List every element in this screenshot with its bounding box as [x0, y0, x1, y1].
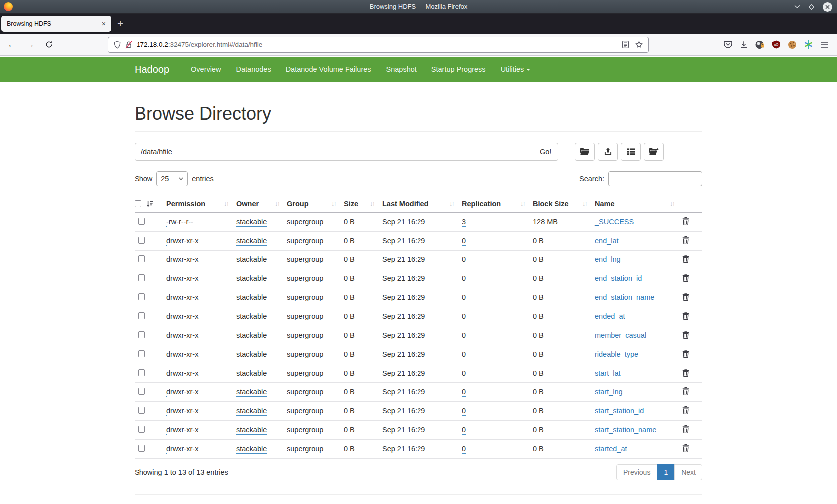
group-value[interactable]: supergroup [287, 312, 323, 321]
header-block-size[interactable]: Block Size↓↑ [533, 195, 595, 213]
previous-page-button[interactable]: Previous [616, 464, 657, 480]
owner-value[interactable]: stackable [236, 274, 267, 283]
select-all-header[interactable] [135, 195, 166, 213]
owner-value[interactable]: stackable [236, 312, 267, 321]
delete-button[interactable] [682, 408, 689, 416]
replication-value[interactable]: 0 [462, 350, 466, 359]
file-name-link[interactable]: start_lng [595, 388, 623, 396]
owner-value[interactable]: stackable [236, 237, 267, 246]
file-name-link[interactable]: start_lat [595, 369, 621, 377]
group-value[interactable]: supergroup [287, 331, 323, 340]
permission-value[interactable]: drwxr-xr-x [166, 407, 198, 416]
permission-value[interactable]: drwxr-xr-x [166, 255, 198, 264]
delete-button[interactable] [682, 275, 689, 283]
header-group[interactable]: Group↓↑ [287, 195, 344, 213]
replication-value[interactable]: 0 [462, 331, 466, 340]
group-value[interactable]: supergroup [287, 274, 323, 283]
url-text[interactable]: 172.18.0.2:32475/explorer.html#/data/hfi… [137, 41, 262, 48]
new-tab-button[interactable]: + [117, 18, 123, 30]
downloads-icon[interactable] [740, 41, 748, 49]
header-permission[interactable]: Permission↓↑ [166, 195, 236, 213]
cookie-extension-icon[interactable] [788, 40, 797, 49]
permission-value[interactable]: drwxr-xr-x [166, 350, 198, 359]
row-checkbox[interactable] [138, 407, 145, 414]
file-name-link[interactable]: _SUCCESS [595, 218, 634, 226]
owner-value[interactable]: stackable [236, 331, 267, 340]
header-size[interactable]: Size↓↑ [344, 195, 382, 213]
permission-value[interactable]: drwxr-xr-x [166, 312, 198, 321]
permission-value[interactable]: drwxr-xr-x [166, 274, 198, 283]
row-checkbox[interactable] [138, 312, 145, 319]
nav-overview[interactable]: Overview [183, 65, 228, 73]
reader-view-icon[interactable] [622, 41, 629, 48]
forward-button[interactable]: → [23, 38, 37, 52]
set-quota-button[interactable] [621, 143, 641, 161]
file-name-link[interactable]: start_station_name [595, 426, 656, 434]
owner-value[interactable]: stackable [236, 369, 267, 378]
delete-button[interactable] [682, 351, 689, 359]
group-value[interactable]: supergroup [287, 388, 323, 397]
row-checkbox[interactable] [138, 331, 145, 338]
replication-value[interactable]: 0 [462, 274, 466, 283]
delete-button[interactable] [682, 219, 689, 227]
group-value[interactable]: supergroup [287, 237, 323, 246]
file-name-link[interactable]: end_station_name [595, 293, 654, 301]
privacy-extension-icon[interactable] [755, 40, 765, 49]
row-checkbox[interactable] [138, 218, 145, 225]
replication-value[interactable]: 0 [462, 312, 466, 321]
directory-path-input[interactable] [135, 143, 533, 161]
replication-value[interactable]: 0 [462, 293, 466, 302]
row-checkbox[interactable] [138, 293, 145, 300]
file-name-link[interactable]: end_station_id [595, 274, 642, 282]
replication-value[interactable]: 0 [462, 388, 466, 397]
row-checkbox[interactable] [138, 237, 145, 244]
permission-value[interactable]: drwxr-xr-x [166, 388, 198, 397]
group-value[interactable]: supergroup [287, 445, 323, 454]
file-name-link[interactable]: end_lat [595, 237, 619, 245]
minimize-icon[interactable] [794, 5, 800, 9]
group-value[interactable]: supergroup [287, 369, 323, 378]
owner-value[interactable]: stackable [236, 445, 267, 454]
nav-datanode-volume-failures[interactable]: Datanode Volume Failures [279, 65, 379, 73]
replication-value[interactable]: 0 [462, 407, 466, 416]
current-page-button[interactable]: 1 [657, 464, 675, 480]
select-all-checkbox[interactable] [135, 200, 141, 207]
owner-value[interactable]: stackable [236, 426, 267, 435]
row-checkbox[interactable] [138, 388, 145, 395]
page-size-select[interactable]: 25 [156, 171, 188, 186]
tab-browsing-hdfs[interactable]: Browsing HDFS × [1, 16, 111, 32]
header-replication[interactable]: Replication↓↑ [462, 195, 533, 213]
owner-value[interactable]: stackable [236, 407, 267, 416]
row-checkbox[interactable] [138, 426, 145, 433]
header-owner[interactable]: Owner↓↑ [236, 195, 287, 213]
search-input[interactable] [608, 171, 702, 186]
group-value[interactable]: supergroup [287, 350, 323, 359]
nav-startup-progress[interactable]: Startup Progress [424, 65, 493, 73]
owner-value[interactable]: stackable [236, 218, 267, 227]
permission-value[interactable]: drwxr-xr-x [166, 293, 198, 302]
delete-button[interactable] [682, 389, 689, 397]
permission-value[interactable]: drwxr-xr-x [166, 369, 198, 378]
delete-button[interactable] [682, 256, 689, 264]
paste-move-button[interactable] [644, 143, 664, 161]
header-last-modified[interactable]: Last Modified↓↑ [382, 195, 462, 213]
owner-value[interactable]: stackable [236, 388, 267, 397]
reload-button[interactable] [42, 38, 56, 52]
owner-value[interactable]: stackable [236, 350, 267, 359]
url-bar[interactable]: 172.18.0.2:32475/explorer.html#/data/hfi… [108, 37, 649, 53]
file-name-link[interactable]: started_at [595, 445, 627, 453]
delete-button[interactable] [682, 332, 689, 340]
ublock-origin-icon[interactable]: uO [772, 40, 780, 49]
replication-value[interactable]: 0 [462, 237, 466, 246]
asterisk-extension-icon[interactable] [804, 40, 813, 49]
upload-file-button[interactable] [598, 143, 618, 161]
nav-datanodes[interactable]: Datanodes [229, 65, 279, 73]
row-checkbox[interactable] [138, 350, 145, 357]
bookmark-star-icon[interactable] [635, 41, 643, 48]
row-checkbox[interactable] [138, 274, 145, 281]
delete-button[interactable] [682, 313, 689, 321]
delete-button[interactable] [682, 238, 689, 246]
row-checkbox[interactable] [138, 445, 145, 452]
delete-button[interactable] [682, 427, 689, 435]
row-checkbox[interactable] [138, 255, 145, 262]
